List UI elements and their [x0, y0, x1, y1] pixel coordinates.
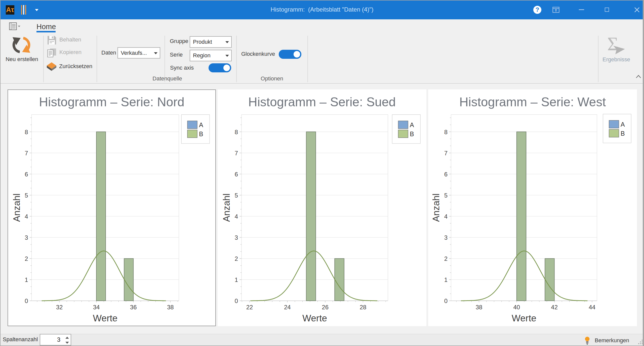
svg-text:2: 2	[235, 255, 238, 262]
svg-text:44: 44	[589, 304, 595, 311]
svg-text:42: 42	[551, 304, 558, 311]
svg-text:3: 3	[25, 234, 28, 241]
svg-text:7: 7	[25, 150, 28, 157]
svg-text:1: 1	[25, 276, 28, 283]
svg-text:40: 40	[513, 304, 520, 311]
svg-text:7: 7	[235, 150, 238, 157]
svg-text:1: 1	[235, 276, 238, 283]
svg-text:4: 4	[25, 213, 28, 220]
svg-text:Anzahl: Anzahl	[12, 193, 22, 222]
svg-text:Histogramm – Serie: West: Histogramm – Serie: West	[459, 95, 606, 109]
svg-text:0: 0	[25, 298, 28, 304]
svg-text:3: 3	[235, 234, 238, 241]
svg-text:2: 2	[25, 255, 28, 262]
svg-text:B: B	[199, 130, 203, 137]
svg-text:Werte: Werte	[512, 313, 536, 323]
svg-text:38: 38	[476, 304, 482, 311]
svg-text:Histogramm – Serie: Sued: Histogramm – Serie: Sued	[248, 95, 396, 109]
svg-text:6: 6	[25, 171, 28, 178]
svg-text:7: 7	[444, 150, 448, 157]
svg-text:B: B	[410, 130, 414, 137]
svg-text:32: 32	[56, 304, 63, 311]
svg-text:34: 34	[93, 304, 100, 311]
svg-text:Anzahl: Anzahl	[221, 193, 232, 222]
svg-text:8: 8	[235, 129, 238, 135]
svg-text:Anzahl: Anzahl	[431, 193, 441, 222]
svg-text:36: 36	[130, 304, 137, 311]
svg-text:8: 8	[444, 129, 448, 135]
svg-text:38: 38	[167, 304, 174, 311]
svg-text:26: 26	[322, 304, 329, 311]
svg-text:Werte: Werte	[93, 313, 117, 323]
svg-text:6: 6	[444, 171, 448, 178]
svg-text:8: 8	[25, 129, 28, 135]
svg-text:0: 0	[235, 298, 238, 304]
svg-text:Werte: Werte	[302, 313, 327, 323]
svg-text:A: A	[621, 121, 625, 128]
svg-text:A: A	[199, 121, 203, 128]
svg-text:1: 1	[444, 276, 448, 283]
svg-text:6: 6	[235, 171, 238, 178]
svg-text:0: 0	[444, 298, 448, 304]
svg-text:28: 28	[360, 304, 367, 311]
svg-text:4: 4	[235, 213, 238, 220]
svg-text:22: 22	[246, 304, 253, 311]
svg-text:2: 2	[444, 255, 448, 262]
svg-text:B: B	[621, 130, 625, 137]
svg-text:5: 5	[235, 192, 238, 199]
svg-text:A: A	[410, 121, 414, 128]
svg-text:3: 3	[444, 234, 448, 241]
svg-text:5: 5	[444, 192, 448, 199]
svg-text:4: 4	[444, 213, 448, 220]
svg-text:Histogramm – Serie: Nord: Histogramm – Serie: Nord	[39, 95, 184, 109]
svg-text:5: 5	[25, 192, 28, 199]
svg-text:24: 24	[284, 304, 291, 311]
